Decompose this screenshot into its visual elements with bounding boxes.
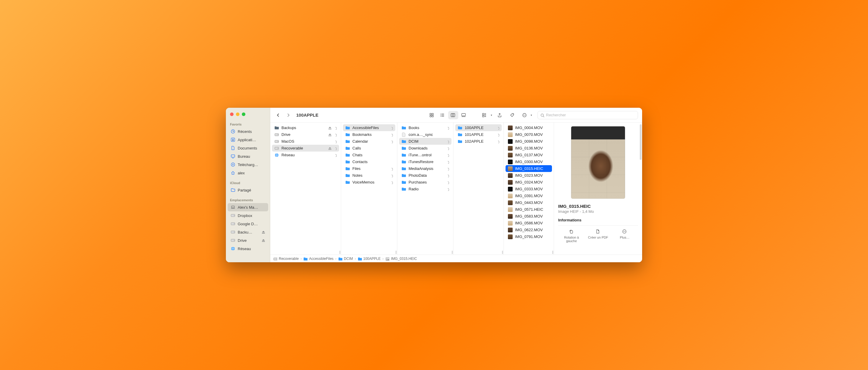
- file-row[interactable]: IMG_0324.MOV: [505, 179, 552, 186]
- row-label: IMG_0791.MOV: [515, 234, 550, 239]
- file-row[interactable]: IMG_0323.MOV: [505, 172, 552, 179]
- minimize-window-button[interactable]: [236, 112, 240, 116]
- column-resize-handle[interactable]: ‖: [552, 250, 553, 254]
- sidebar-item-label: Réseau: [238, 247, 251, 251]
- file-row[interactable]: IMG_0098.MOV: [505, 138, 552, 145]
- folder-row[interactable]: 102APPLE: [455, 138, 502, 145]
- path-component[interactable]: Recoverable: [273, 257, 299, 261]
- file-row[interactable]: IMG_0586.MOV: [505, 220, 552, 226]
- view-icons-button[interactable]: [427, 111, 437, 119]
- file-row[interactable]: IMG_0391.MOV: [505, 192, 552, 199]
- eject-icon[interactable]: [328, 146, 332, 150]
- path-component[interactable]: 100APPLE: [358, 257, 381, 261]
- folder-row[interactable]: Notes: [343, 172, 395, 179]
- sidebar-item[interactable]: Documents: [228, 144, 268, 152]
- folder-row[interactable]: Bookmarks: [343, 131, 395, 138]
- folder-row[interactable]: Calls: [343, 145, 395, 151]
- path-label: AccessibleFiles: [309, 257, 334, 261]
- folder-row[interactable]: Downloads: [399, 145, 452, 151]
- nav-forward-button[interactable]: [284, 111, 292, 119]
- eject-icon[interactable]: [328, 133, 332, 137]
- folder-row[interactable]: Radio: [399, 186, 452, 192]
- folder-row[interactable]: Drive: [272, 131, 339, 138]
- tags-button[interactable]: [507, 111, 517, 119]
- folder-row[interactable]: MediaAnalysis: [399, 165, 452, 172]
- column-resize-handle[interactable]: ‖: [502, 250, 503, 254]
- sidebar-item[interactable]: Partagé: [228, 186, 268, 194]
- file-row[interactable]: IMG_0004.MOV: [505, 124, 552, 131]
- file-row[interactable]: IMG_0583.MOV: [505, 213, 552, 220]
- close-window-button[interactable]: [230, 112, 234, 116]
- sidebar-item[interactable]: Backu…: [228, 228, 268, 236]
- column-resize-handle[interactable]: ‖: [452, 250, 453, 254]
- folder-row[interactable]: MacOS: [272, 138, 339, 145]
- sidebar-item[interactable]: Drive: [228, 236, 268, 245]
- folder-row[interactable]: 101APPLE: [455, 131, 502, 138]
- folder-row[interactable]: Purchases: [399, 179, 452, 186]
- zoom-window-button[interactable]: [242, 112, 245, 116]
- sidebar-item[interactable]: Dropbox: [228, 211, 268, 220]
- file-row[interactable]: IMG_0571.HEIC: [505, 206, 552, 213]
- file-row[interactable]: IMG_0070.MOV: [505, 131, 552, 138]
- sidebar-item[interactable]: Alex's Ma…: [228, 203, 268, 211]
- sidebar-item[interactable]: Telécharg…: [228, 161, 268, 169]
- file-row[interactable]: IMG_0315.HEIC: [505, 165, 552, 172]
- column-resize-handle[interactable]: ‖: [339, 250, 340, 254]
- sidebar-item[interactable]: Google D…: [228, 220, 268, 228]
- sidebar-item[interactable]: Applicati…: [228, 136, 268, 144]
- path-component[interactable]: AccessibleFiles: [303, 257, 334, 261]
- folder-row[interactable]: iTunesRestore: [399, 159, 452, 165]
- preview-thumbnail[interactable]: [571, 126, 625, 199]
- file-row[interactable]: com.a…_sync: [399, 131, 452, 138]
- folder-row[interactable]: PhotoData: [399, 172, 452, 179]
- folder-row[interactable]: Books: [399, 124, 452, 131]
- view-gallery-button[interactable]: [459, 111, 469, 119]
- folder-row[interactable]: Files: [343, 165, 395, 172]
- folder-row[interactable]: VoiceMemos: [343, 179, 395, 186]
- file-row[interactable]: IMG_0300.MOV: [505, 159, 552, 165]
- path-component[interactable]: IMG_0315.HEIC: [385, 257, 417, 261]
- file-row[interactable]: IMG_0136.MOV: [505, 145, 552, 151]
- quick-action-more[interactable]: Plus…: [611, 229, 638, 243]
- eject-icon[interactable]: [328, 126, 332, 130]
- quick-action-rotate[interactable]: Rotation à gauche: [558, 229, 585, 243]
- row-label: Drive: [281, 132, 325, 137]
- file-row[interactable]: IMG_0137.MOV: [505, 151, 552, 159]
- share-button[interactable]: [495, 111, 505, 119]
- folder-row[interactable]: Calendar: [343, 138, 395, 145]
- folder-row[interactable]: Contacts: [343, 159, 395, 165]
- file-row[interactable]: IMG_0333.MOV: [505, 186, 552, 192]
- chevron-right-icon: [390, 133, 393, 137]
- preview-info-heading: Informations: [558, 218, 638, 222]
- more-actions-button[interactable]: [520, 111, 529, 119]
- path-label: Recoverable: [279, 257, 299, 261]
- folder-row[interactable]: 100APPLE: [455, 124, 502, 131]
- eject-icon[interactable]: [261, 238, 265, 243]
- eject-icon[interactable]: [261, 230, 265, 234]
- folder-row[interactable]: Réseau: [272, 151, 339, 159]
- browser-column: AccessibleFilesBookmarksCalendarCallsCha…: [341, 122, 397, 255]
- column-resize-handle[interactable]: ‖: [395, 250, 397, 254]
- nav-back-button[interactable]: [274, 111, 282, 119]
- folder-row[interactable]: Backups: [272, 124, 339, 131]
- folder-row[interactable]: AccessibleFiles: [343, 124, 395, 131]
- sidebar-item[interactable]: alex: [228, 169, 268, 177]
- folder-row[interactable]: Recoverable: [272, 145, 339, 151]
- folder-row[interactable]: Chats: [343, 151, 395, 159]
- group-by-button[interactable]: [479, 111, 490, 119]
- file-row[interactable]: IMG_0622.MOV: [505, 226, 552, 233]
- sidebar-item[interactable]: Récents: [228, 127, 268, 136]
- folder-row[interactable]: iTune…ontrol: [399, 151, 452, 159]
- quick-action-pdf[interactable]: Créer un PDF: [585, 229, 611, 243]
- file-row[interactable]: IMG_0443.MOV: [505, 199, 552, 206]
- view-list-button[interactable]: [438, 111, 447, 119]
- view-columns-button[interactable]: [448, 111, 458, 119]
- sidebar-item[interactable]: Bureau: [228, 152, 268, 161]
- file-thumbnail-icon: [508, 221, 513, 226]
- sidebar-item[interactable]: Réseau: [228, 245, 268, 253]
- search-field[interactable]: [537, 111, 638, 119]
- search-input[interactable]: [546, 113, 635, 117]
- file-row[interactable]: IMG_0791.MOV: [505, 233, 552, 240]
- folder-row[interactable]: DCIM: [399, 138, 452, 145]
- path-component[interactable]: DCIM: [338, 257, 353, 261]
